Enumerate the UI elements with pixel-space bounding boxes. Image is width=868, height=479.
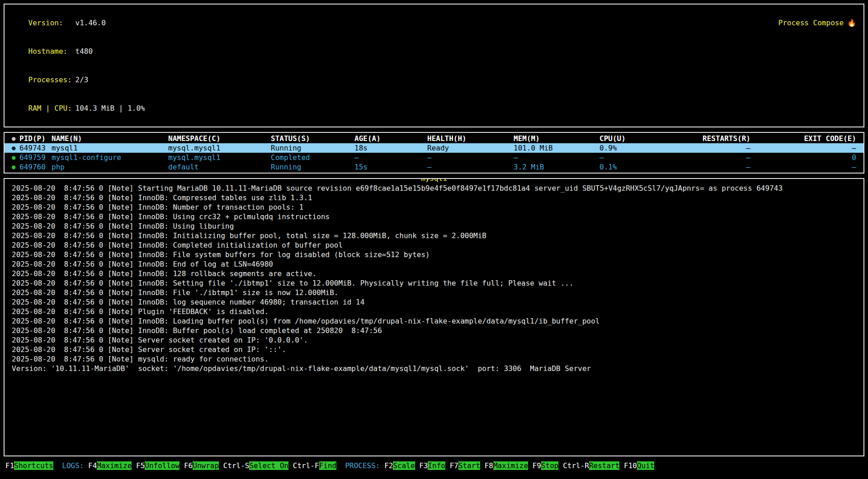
log-line: 2025-08-20 8:47:56 0 [Note] InnoDB: Sett… xyxy=(12,278,856,288)
shortcut-key-ctrl-f: Ctrl-F xyxy=(293,461,319,470)
cell-restarts: – xyxy=(673,153,750,162)
shortcut-key-f8: F8 xyxy=(485,461,493,470)
log-lines: 2025-08-20 8:47:56 0 [Note] Starting Mar… xyxy=(12,183,856,373)
log-line: 2025-08-20 8:47:56 0 [Note] InnoDB: 128 … xyxy=(12,269,856,278)
log-line: 2025-08-20 8:47:56 0 [Note] InnoDB: Comp… xyxy=(12,240,856,250)
status-bar: F1Shortcuts LOGS: F4Maximize F5Unfollow … xyxy=(4,461,864,471)
cell-status: Running xyxy=(271,162,354,172)
status-bar-section-process: PROCESS: xyxy=(341,461,384,470)
shortcut-quit-button[interactable]: Quit xyxy=(637,461,655,470)
log-line: 2025-08-20 8:47:56 0 [Note] InnoDB: File… xyxy=(12,288,856,297)
process-row-mysql1-configure[interactable]: ● 649759 mysql1-configure mysql.mysql1 C… xyxy=(5,153,863,162)
cell-exit-code: 0 xyxy=(750,153,856,162)
log-line: 2025-08-20 8:47:56 0 [Note] InnoDB: End … xyxy=(12,259,856,269)
cell-cpu: 0.1% xyxy=(599,162,673,172)
hostname-line: Hostname:t480 xyxy=(11,37,857,66)
column-header-exit-code: EXIT CODE(E) xyxy=(750,134,856,143)
shortcut-info-button[interactable]: Info xyxy=(428,461,445,470)
version-label: Version: xyxy=(28,18,75,28)
process-compose-app: { "palette": { "background": "#000000", … xyxy=(0,0,868,479)
shortcut-start-button[interactable]: Start xyxy=(458,461,480,470)
cell-cpu: 0.9% xyxy=(599,143,673,153)
shortcut-key-ctrl-s: Ctrl-S xyxy=(223,461,250,470)
shortcut-restart-button[interactable]: Restart xyxy=(589,461,619,470)
process-row-mysql1[interactable]: ● 649743 mysql1 mysql.mysql1 Running 18s… xyxy=(5,143,863,153)
log-line: 2025-08-20 8:47:56 0 [Note] InnoDB: Comp… xyxy=(12,193,856,202)
log-line: 2025-08-20 8:47:56 0 [Note] InnoDB: Usin… xyxy=(12,221,856,231)
app-title: Process Compose🔥 xyxy=(761,9,856,37)
log-line: 2025-08-20 8:47:56 0 [Note] InnoDB: Numb… xyxy=(12,202,856,212)
shortcut-scale-button[interactable]: Scale xyxy=(393,461,415,470)
hostname-label: Hostname: xyxy=(28,47,75,56)
shortcut-key-f6: F6 xyxy=(184,461,193,470)
log-line: 2025-08-20 8:47:56 0 [Note] InnoDB: Usin… xyxy=(12,212,856,221)
status-dot-icon: ● xyxy=(12,134,19,143)
ram-cpu-line: RAM | CPU:104.3 MiB | 1.0% xyxy=(11,94,857,122)
shortcut-key-f5: F5 xyxy=(136,461,145,470)
ram-cpu-label: RAM | CPU: xyxy=(28,103,75,113)
shortcut-key-f10: F10 xyxy=(624,461,637,470)
shortcut-key-f4: F4 xyxy=(88,461,97,470)
cell-cpu: – xyxy=(599,153,673,162)
shortcut-key-f2: F2 xyxy=(384,461,393,470)
version-line: Version:v1.46.0 xyxy=(11,9,857,37)
shortcut-stop-button[interactable]: Stop xyxy=(541,461,559,470)
log-line: 2025-08-20 8:47:56 0 [Note] InnoDB: File… xyxy=(12,250,856,259)
shortcut-select-on-button[interactable]: Select On xyxy=(249,461,288,470)
processes-line: Processes:2/3 xyxy=(11,66,857,94)
cell-status: Completed xyxy=(271,153,354,162)
table-header-row: ● PID(P) NAME(N) NAMESPACE(C) STATUS(S) … xyxy=(5,134,863,143)
column-header-status: STATUS(S) xyxy=(271,134,354,143)
column-header-pid: PID(P) xyxy=(19,134,52,143)
cell-exit-code: – xyxy=(750,162,856,172)
log-line: 2025-08-20 8:47:56 0 [Note] Starting Mar… xyxy=(12,183,856,193)
cell-namespace: mysql.mysql1 xyxy=(168,143,271,153)
shortcut-key-f1: F1 xyxy=(5,461,14,470)
shortcut-maximize-button[interactable]: Maximize xyxy=(97,461,132,470)
cell-name: mysql1 xyxy=(52,143,168,153)
status-dot-icon: ● xyxy=(12,143,19,153)
column-header-restarts: RESTARTS(R) xyxy=(673,134,750,143)
log-line: Version: '10.11.11-MariaDB' socket: '/ho… xyxy=(12,364,856,373)
shortcut-key-f9: F9 xyxy=(533,461,541,470)
shortcut-key-ctrl-r: Ctrl-R xyxy=(563,461,589,470)
column-header-mem: MEM(M) xyxy=(514,134,599,143)
cell-pid: 649743 xyxy=(19,143,52,153)
shortcut-find-button[interactable]: Find xyxy=(319,461,337,470)
cell-health: Ready xyxy=(427,143,514,153)
log-line: 2025-08-20 8:47:56 0 [Note] InnoDB: Buff… xyxy=(12,326,856,335)
process-row-php[interactable]: ● 649760 php default Running 15s – 3.2 M… xyxy=(5,162,863,172)
status-dot-icon: ● xyxy=(12,153,19,162)
status-dot-icon: ● xyxy=(12,162,19,172)
status-bar-section-logs: LOGS: xyxy=(58,461,88,470)
header-panel: Version:v1.46.0 Hostname:t480 Processes:… xyxy=(4,4,864,127)
log-line: 2025-08-20 8:47:56 0 [Note] InnoDB: Load… xyxy=(12,316,856,326)
processes-value: 2/3 xyxy=(75,75,89,84)
cell-namespace: default xyxy=(168,162,271,172)
cell-namespace: mysql.mysql1 xyxy=(168,153,271,162)
processes-label: Processes: xyxy=(28,75,75,85)
shortcut-key-f7: F7 xyxy=(450,461,458,470)
column-header-age: AGE(A) xyxy=(354,134,427,143)
column-header-name: NAME(N) xyxy=(52,134,168,143)
version-value: v1.46.0 xyxy=(75,19,106,27)
cell-pid: 649760 xyxy=(19,162,52,172)
flame-icon: 🔥 xyxy=(847,19,856,27)
cell-name: php xyxy=(52,162,168,172)
shortcut-key-f3: F3 xyxy=(419,461,428,470)
cell-mem: 101.0 MiB xyxy=(514,143,599,153)
log-line: 2025-08-20 8:47:56 0 [Note] InnoDB: log … xyxy=(12,297,856,307)
log-line: 2025-08-20 8:47:56 0 [Note] InnoDB: Init… xyxy=(12,231,856,240)
column-header-namespace: NAMESPACE(C) xyxy=(168,134,271,143)
hostname-value: t480 xyxy=(75,47,93,56)
cell-health: – xyxy=(427,153,514,162)
cell-health: – xyxy=(427,162,514,172)
shortcut-maximize-button[interactable]: Maximize xyxy=(493,461,528,470)
shortcut-unfollow-button[interactable]: Unfollow xyxy=(145,461,179,470)
shortcut-shortcuts-button[interactable]: Shortcuts xyxy=(14,461,53,470)
log-panel[interactable]: mysql1 2025-08-20 8:47:56 0 [Note] Start… xyxy=(4,178,864,456)
column-header-cpu: CPU(U) xyxy=(599,134,673,143)
process-table: ● PID(P) NAME(N) NAMESPACE(C) STATUS(S) … xyxy=(4,132,864,174)
cell-mem: – xyxy=(514,153,599,162)
shortcut-unwrap-button[interactable]: Unwrap xyxy=(193,461,219,470)
